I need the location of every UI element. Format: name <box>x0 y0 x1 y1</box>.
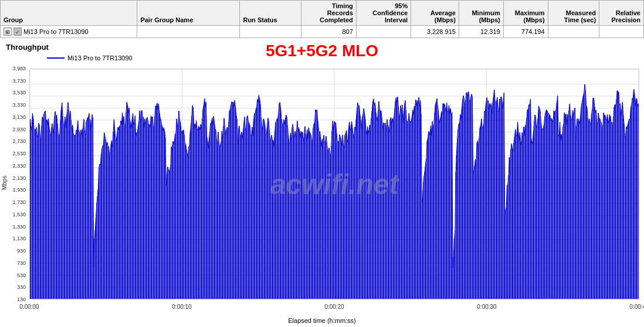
row-name: Mi13 Pro to 7TR13090 <box>23 28 89 35</box>
chart-main-title: 5G1+5G2 MLO <box>266 42 378 60</box>
col-group: Group <box>1 1 137 26</box>
y-tick: 2,330 <box>12 163 26 169</box>
y-tick: 930 <box>17 248 26 254</box>
x-tick: 0:00:30 <box>477 304 496 310</box>
col-measured-time: Measured Time (sec) <box>548 1 599 26</box>
row-icon2: ✓ <box>13 28 22 36</box>
y-tick: 2,530 <box>12 151 26 156</box>
pair-group-cell <box>137 26 240 38</box>
chart-legend: Mi13 Pro to 7TR13090 <box>47 54 133 62</box>
y-tick: 2,130 <box>12 175 26 181</box>
relative-precision-cell <box>599 26 644 38</box>
row-icon1: ⊞ <box>4 28 12 36</box>
x-tick: 0:00:00 <box>19 304 39 310</box>
x-tick: 0:00:10 <box>172 304 191 310</box>
header-table: Group Pair Group Name Run Status Timing … <box>0 0 644 38</box>
y-tick: 3,730 <box>12 78 26 84</box>
maximum-cell: 774.194 <box>503 26 548 38</box>
col-maximum: Maximum (Mbps) <box>503 1 548 26</box>
x-axis-label: Elapsed time (h:mm:ss) <box>288 317 356 324</box>
col-timing-records: Timing Records Completed <box>301 1 356 26</box>
chart-canvas <box>30 69 639 299</box>
y-tick: 1,330 <box>12 224 26 230</box>
col-minimum: Minimum (Mbps) <box>459 1 503 26</box>
y-tick: 2,730 <box>12 138 26 144</box>
table-row: ⊞ ✓ Mi13 Pro to 7TR13090 807 3,228.915 1… <box>1 26 644 38</box>
y-tick: 730 <box>17 260 26 266</box>
y-tick: 3,530 <box>12 90 26 96</box>
y-tick: 1,530 <box>12 212 26 217</box>
average-cell: 3,228.915 <box>411 26 459 38</box>
x-axis-ticks: 0:00:000:00:100:00:200:00:300:00:40 <box>29 304 639 312</box>
x-tick: 0:00:20 <box>324 304 344 310</box>
throughput-label: Throughput <box>6 43 49 52</box>
measured-time-cell <box>548 26 599 38</box>
y-tick: 130 <box>17 297 26 302</box>
confidence-cell <box>356 26 411 38</box>
y-tick: 330 <box>17 284 26 290</box>
legend-label: Mi13 Pro to 7TR13090 <box>67 54 133 62</box>
col-pair-group: Pair Group Name <box>137 1 240 26</box>
minimum-cell: 12.319 <box>459 26 503 38</box>
y-tick: 2,930 <box>12 127 26 132</box>
y-tick: 1,930 <box>12 187 26 193</box>
y-tick: 1,130 <box>12 236 26 241</box>
y-tick: 3,983 <box>12 66 26 71</box>
col-run-status: Run Status <box>240 1 301 26</box>
y-tick: 1,730 <box>12 199 26 205</box>
x-tick: 0:00:40 <box>629 304 644 310</box>
chart-container: acwifi.net <box>29 69 639 299</box>
y-tick: 530 <box>17 272 26 278</box>
chart-area: Throughput 5G1+5G2 MLO Mi13 Pro to 7TR13… <box>0 38 644 327</box>
col-relative-precision: Relative Precision <box>599 1 644 26</box>
group-cell: ⊞ ✓ Mi13 Pro to 7TR13090 <box>1 26 137 38</box>
run-status-cell <box>240 26 301 38</box>
y-tick: 3,330 <box>12 102 26 108</box>
timing-records-cell: 807 <box>301 26 356 38</box>
legend-line <box>47 57 65 59</box>
y-tick: 3,130 <box>12 114 26 120</box>
y-axis-ticks: 3,9833,7303,5303,3303,1302,9302,7302,530… <box>0 69 28 299</box>
col-confidence: 95% Confidence Interval <box>356 1 411 26</box>
col-average: Average (Mbps) <box>411 1 459 26</box>
